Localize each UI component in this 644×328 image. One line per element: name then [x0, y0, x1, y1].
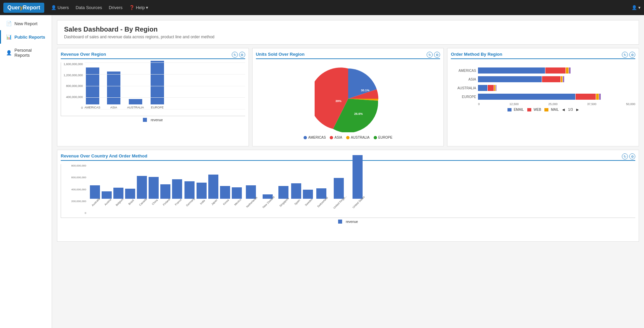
order-method-title: Order Method By Region	[451, 52, 635, 59]
dashboard-title: Sales Dashboard - By Region	[64, 26, 632, 33]
revenue-country-legend-dot	[338, 220, 342, 224]
revenue-country-legend: revenue	[61, 220, 635, 224]
order-method-settings[interactable]: ⚙	[629, 52, 635, 58]
revenue-country-chart: 800,000,000 600,000,000 400,000,000 200,…	[61, 164, 635, 238]
bar-group-us: United States	[350, 155, 366, 204]
page-layout: 📄 New Report 📊 Public Reports 👤 Personal…	[0, 15, 644, 328]
bar-group-australia: Australia	[90, 185, 100, 204]
hbar-americas-web	[545, 67, 566, 74]
sidebar-item-public-reports[interactable]: 📊 Public Reports	[0, 30, 52, 44]
bar-group-austria: Austria	[102, 191, 112, 204]
new-report-icon: 📄	[6, 21, 12, 26]
hbar-australia: AUSTRALIA	[451, 85, 635, 91]
logo-highlight: y	[20, 5, 23, 11]
hbar-legend: EMAIL WEB MAIL ◀ 1/3 ▶	[451, 108, 635, 111]
revenue-region-title: Revenue Over Region	[61, 52, 245, 59]
bar-group-belgium: Belgium	[113, 188, 123, 204]
revenue-legend-dot	[143, 118, 147, 122]
hbar-europe: EUROPE	[451, 94, 635, 100]
bar-group-japan: Japan	[208, 175, 218, 204]
revenue-region-bars: 1,600,000,000 1,200,000,000 800,000,000 …	[61, 62, 245, 116]
bar-group-korea: Korea	[220, 186, 230, 204]
revenue-region-card: Revenue Over Region ↻ ⚙ 1,600,000,000 1,…	[57, 48, 249, 146]
pie-label-asia: 26.6%	[354, 112, 363, 115]
nav-users[interactable]: 👤 Users	[51, 5, 69, 10]
bar-group-china: China	[149, 177, 159, 204]
revenue-country-bars: 800,000,000 600,000,000 400,000,000 200,…	[61, 164, 635, 218]
dashboard-subtitle: Dashboard of sales and revenue data acro…	[64, 35, 632, 39]
hbar-asia-other	[563, 76, 564, 82]
revenue-region-legend: revenue	[61, 118, 245, 122]
hbar-americas-other	[569, 67, 571, 74]
revenue-country-card: Revenue Over Country And Order Method ↻ …	[57, 150, 639, 242]
order-method-card: Order Method By Region ↻ ⚙ AMERICAS	[447, 48, 639, 146]
bar-group-uk: United Kingd...	[330, 178, 347, 204]
hbar-pagination-info: 1/3	[568, 108, 573, 111]
nav-help[interactable]: ❓ Help ▾	[129, 5, 148, 10]
pie-legend-asia: ASIA	[330, 136, 342, 139]
hbar-x-axis: 0 12,500 25,000 37,500 50,000	[451, 102, 635, 106]
bar-group-canada: Canada	[137, 176, 147, 204]
hbar-australia-other	[496, 85, 496, 91]
units-sold-controls: ↻ ⚙	[427, 52, 440, 58]
revenue-region-y-axis: 1,600,000,000 1,200,000,000 800,000,000 …	[61, 62, 83, 109]
hbar-europe-web	[576, 94, 596, 100]
hbar-australia-web	[488, 85, 494, 91]
units-sold-pie: 30.1% 39% 26.6% AMERICAS ASIA	[256, 62, 440, 143]
revenue-region-refresh[interactable]: ↻	[232, 52, 238, 58]
sidebar: 📄 New Report 📊 Public Reports 👤 Personal…	[0, 15, 52, 328]
hbar-australia-mail	[494, 85, 495, 91]
hbar-europe-mail	[596, 94, 599, 100]
units-sold-settings[interactable]: ⚙	[434, 52, 440, 58]
hbar-europe-other	[599, 94, 601, 100]
nav-datasources[interactable]: Data Sources	[75, 5, 102, 10]
units-sold-card: Units Sold Over Region ↻ ⚙	[252, 48, 444, 146]
app-logo[interactable]: QueryReport	[3, 3, 44, 13]
revenue-country-y-axis: 800,000,000 600,000,000 400,000,000 200,…	[61, 164, 86, 215]
bar-group-sweden: Sweden	[303, 190, 313, 204]
bar-group-new-zealand: New Zealand	[260, 194, 275, 204]
revenue-region-gridlines	[85, 62, 245, 109]
sidebar-item-personal-reports[interactable]: 👤 Personal Reports	[0, 44, 52, 62]
units-sold-refresh[interactable]: ↻	[427, 52, 433, 58]
hbar-asia: ASIA	[451, 76, 635, 82]
hbar-pagination-prev[interactable]: ◀	[562, 108, 565, 111]
bar-group-finland: Finland	[160, 184, 170, 204]
order-method-controls: ↻ ⚙	[622, 52, 635, 58]
order-method-refresh[interactable]: ↻	[622, 52, 628, 58]
dashboard-header: Sales Dashboard - By Region Dashboard of…	[57, 20, 639, 45]
revenue-region-chart: 1,600,000,000 1,200,000,000 800,000,000 …	[61, 62, 245, 130]
hbar-asia-mail	[561, 76, 562, 82]
revenue-country-settings[interactable]: ⚙	[629, 153, 635, 159]
bar-group-spain: Spain	[291, 183, 301, 204]
bar-group-netherlands: Netherlands	[244, 185, 258, 204]
hbar-americas: AMERICAS	[451, 67, 635, 74]
user-menu[interactable]: 👤 ▾	[632, 5, 641, 10]
hbar-pagination-next[interactable]: ▶	[576, 108, 579, 111]
bar-group-singapore: Singapore	[277, 186, 289, 204]
bar-group-germany: Germany	[184, 181, 195, 204]
order-method-chart: AMERICAS ASIA	[451, 66, 635, 113]
nav-links: 👤 Users Data Sources Drivers ❓ Help ▾	[51, 5, 148, 10]
public-reports-icon: 📊	[6, 34, 12, 40]
hbar-europe-email	[478, 94, 575, 100]
hbar-australia-email	[478, 85, 487, 91]
pie-label-europe: 39%	[335, 99, 341, 103]
bar-group-mexico: Mexico	[232, 187, 242, 204]
pie-label-americas: 30.1%	[361, 89, 370, 92]
personal-reports-icon: 👤	[6, 50, 12, 55]
hbar-legend-email: EMAIL	[507, 108, 524, 111]
pie-chart-svg: 30.1% 39% 26.6%	[315, 65, 382, 132]
top-charts-row: Revenue Over Region ↻ ⚙ 1,600,000,000 1,…	[57, 48, 639, 146]
pie-legend-europe: EUROPE	[374, 136, 392, 139]
sidebar-item-new-report[interactable]: 📄 New Report	[0, 17, 52, 30]
revenue-country-title: Revenue Over Country And Order Method	[61, 153, 635, 161]
revenue-region-controls: ↻ ⚙	[232, 52, 245, 58]
units-sold-title: Units Sold Over Region	[256, 52, 440, 59]
bar-group-switzerland: Switzerland	[315, 188, 328, 204]
main-content: Sales Dashboard - By Region Dashboard of…	[52, 15, 644, 328]
bar-group-brazil: Brazil	[125, 189, 135, 204]
revenue-region-settings[interactable]: ⚙	[239, 52, 245, 58]
revenue-country-refresh[interactable]: ↻	[622, 153, 628, 159]
nav-drivers[interactable]: Drivers	[109, 5, 122, 10]
